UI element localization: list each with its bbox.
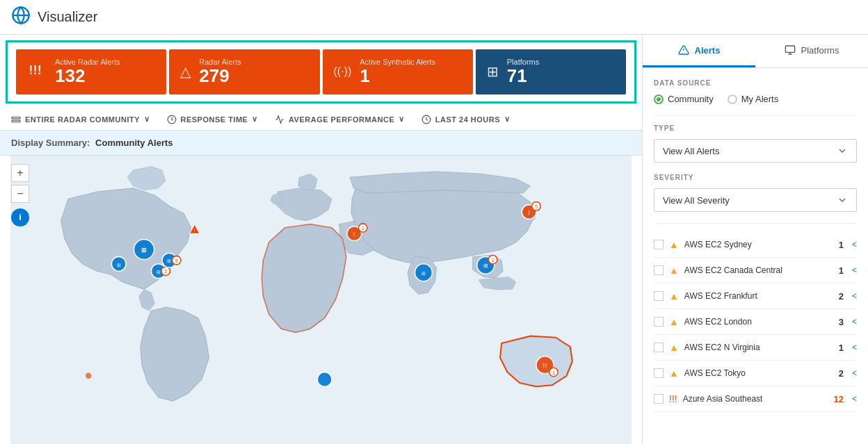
alert-checkbox-frankfurt[interactable] xyxy=(654,291,664,301)
filter-last-24h[interactable]: LAST 24 HOURS ∨ xyxy=(421,115,511,124)
svg-point-22 xyxy=(317,372,332,386)
alert-chevron-frankfurt: < xyxy=(852,291,857,301)
right-panel: Alerts Platforms DATA SOURCE xyxy=(643,35,868,444)
svg-text:1: 1 xyxy=(362,225,364,231)
svg-text:⊞: ⊞ xyxy=(421,270,426,277)
alert-checkbox-azure-asia[interactable] xyxy=(654,394,664,404)
alert-item-aws-london[interactable]: ▲ AWS EC2 London 3 < xyxy=(654,309,857,335)
tab-alerts[interactable]: Alerts xyxy=(643,35,755,67)
divider-1 xyxy=(654,115,857,116)
map-area[interactable]: + − i xyxy=(0,156,642,444)
alert-item-aws-canada[interactable]: ▲ AWS EC2 Canada Central 1 < xyxy=(654,258,857,283)
globe-icon xyxy=(11,6,31,29)
radar-alerts-label: Radar Alerts xyxy=(199,58,241,66)
alert-name-sydney: AWS EC2 Sydney xyxy=(684,240,833,249)
filter-community-label: ENTIRE RADAR COMMUNITY xyxy=(25,115,140,124)
radio-community[interactable]: Community xyxy=(654,94,714,104)
world-map: ⊞ ⊞ ⊞ 2 ⊞ 5 ! xyxy=(0,156,642,444)
radio-my-alerts[interactable]: My Alerts xyxy=(728,94,778,104)
alert-checkbox-canada[interactable] xyxy=(654,265,664,275)
map-controls: + − i xyxy=(11,164,29,227)
map-zoom-in-button[interactable]: + xyxy=(11,164,29,182)
active-radar-alerts-value: 132 xyxy=(55,66,120,86)
svg-text:2: 2 xyxy=(164,268,167,274)
data-source-label: DATA SOURCE xyxy=(654,79,857,87)
alert-item-aws-tokyo[interactable]: ▲ AWS EC2 Tokyo 2 < xyxy=(654,361,857,386)
type-dropdown-value: View All Alerts xyxy=(663,146,719,156)
display-summary-label: Display Summary: xyxy=(11,138,90,148)
alert-chevron-sydney: < xyxy=(852,240,857,249)
svg-text:⊞: ⊞ xyxy=(117,262,121,268)
filter-response-time[interactable]: RESPONSE TIME ∨ xyxy=(167,115,258,124)
tab-platforms-label: Platforms xyxy=(801,45,839,56)
severity-dropdown-value: View All Severity xyxy=(663,195,730,206)
alert-checkbox-tokyo[interactable] xyxy=(654,368,664,378)
platforms-card[interactable]: ⊞ Platforms 71 xyxy=(476,49,626,94)
alert-checkbox-n-virginia[interactable] xyxy=(654,343,664,352)
alert-chevron-tokyo: < xyxy=(852,368,857,378)
map-zoom-out-button[interactable]: − xyxy=(11,185,29,203)
alert-warn-icon-n-virginia: ▲ xyxy=(669,342,679,353)
divider-2 xyxy=(654,223,857,224)
filter-community[interactable]: ENTIRE RADAR COMMUNITY ∨ xyxy=(11,115,150,124)
filter-community-chevron: ∨ xyxy=(144,115,150,124)
svg-text:⊞: ⊞ xyxy=(141,247,147,254)
data-source-section: DATA SOURCE Community My Alerts xyxy=(654,79,857,104)
alert-warn-icon-canada: ▲ xyxy=(669,265,679,276)
svg-text:!: ! xyxy=(194,227,195,233)
platforms-tab-icon xyxy=(785,44,796,56)
svg-point-41 xyxy=(86,372,91,378)
filter-response-time-chevron: ∨ xyxy=(252,115,258,124)
svg-text:5: 5 xyxy=(175,257,178,263)
alert-name-london: AWS EC2 London xyxy=(684,317,833,327)
svg-rect-4 xyxy=(12,120,20,122)
alert-checkbox-london[interactable] xyxy=(654,317,664,327)
platforms-icon: ⊞ xyxy=(487,63,499,80)
tab-platforms[interactable]: Platforms xyxy=(755,35,868,67)
display-summary-bar: Display Summary: Community Alerts xyxy=(0,131,642,156)
type-section-label: TYPE xyxy=(654,124,857,132)
type-dropdown-chevron xyxy=(837,145,848,156)
app-header: Visualizer xyxy=(0,0,868,35)
alert-item-aws-n-virginia[interactable]: ▲ AWS EC2 N Virginia 1 < xyxy=(654,335,857,361)
active-synthetic-alerts-label: Active Synthetic Alerts xyxy=(360,58,435,66)
alert-item-aws-sydney[interactable]: ▲ AWS EC2 Sydney 1 < xyxy=(654,232,857,258)
severity-dropdown-chevron xyxy=(837,195,848,206)
svg-text:1: 1 xyxy=(552,369,555,375)
alert-chevron-azure-asia: < xyxy=(852,394,857,404)
severity-section: SEVERITY View All Severity xyxy=(654,174,857,212)
svg-text:⊞: ⊞ xyxy=(167,257,171,263)
alert-count-sydney: 1 xyxy=(839,240,844,250)
filter-last-24h-label: LAST 24 HOURS xyxy=(435,115,500,124)
filter-bar: ENTIRE RADAR COMMUNITY ∨ RESPONSE TIME ∨… xyxy=(0,109,642,131)
radio-my-alerts-label: My Alerts xyxy=(741,94,778,104)
alert-tab-icon xyxy=(678,44,689,56)
active-synthetic-alerts-card[interactable]: ((·)) Active Synthetic Alerts 1 xyxy=(323,49,473,94)
alert-count-london: 3 xyxy=(839,317,844,327)
svg-rect-3 xyxy=(12,117,20,118)
type-dropdown[interactable]: View All Alerts xyxy=(654,139,857,163)
stats-bar: !!! Active Radar Alerts 132 △ Radar Aler… xyxy=(6,40,636,104)
radio-community-label: Community xyxy=(668,94,714,104)
alert-warn-icon-azure-asia: !!! xyxy=(669,393,677,404)
alert-name-n-virginia: AWS EC2 N Virginia xyxy=(684,343,833,352)
svg-rect-44 xyxy=(785,46,794,52)
filter-avg-performance-label: AVERAGE PERFORMANCE xyxy=(289,115,394,124)
alert-chevron-london: < xyxy=(852,317,857,327)
severity-dropdown[interactable]: View All Severity xyxy=(654,188,857,212)
svg-text:5: 5 xyxy=(535,203,538,209)
filter-avg-performance[interactable]: AVERAGE PERFORMANCE ∨ xyxy=(275,115,405,124)
svg-text:!: ! xyxy=(353,231,355,238)
radar-alerts-card[interactable]: △ Radar Alerts 279 xyxy=(169,49,319,94)
tab-bar: Alerts Platforms xyxy=(643,35,868,68)
map-info-button[interactable]: i xyxy=(11,208,29,227)
type-section: TYPE View All Alerts xyxy=(654,124,857,163)
app-title: Visualizer xyxy=(38,9,97,25)
alert-item-azure-asia[interactable]: !!! Azure Asia Southeast 12 < xyxy=(654,386,857,412)
active-radar-alerts-icon: !!! xyxy=(27,60,47,83)
alert-checkbox-sydney[interactable] xyxy=(654,240,664,249)
active-radar-alerts-card[interactable]: !!! Active Radar Alerts 132 xyxy=(16,49,166,94)
alert-item-aws-frankfurt[interactable]: ▲ AWS EC2 Frankfurt 2 < xyxy=(654,283,857,309)
alert-name-azure-asia: Azure Asia Southeast xyxy=(683,394,828,404)
alert-list: ▲ AWS EC2 Sydney 1 < ▲ AWS EC2 Canada Ce… xyxy=(654,232,857,412)
